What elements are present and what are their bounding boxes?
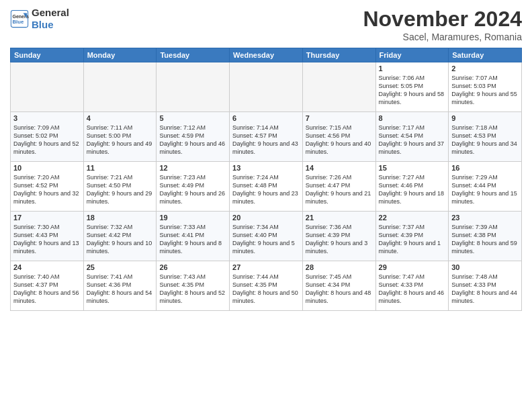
calendar-cell: 1Sunrise: 7:06 AMSunset: 5:05 PMDaylight… — [375, 62, 449, 112]
calendar-cell: 16Sunrise: 7:29 AMSunset: 4:44 PMDayligh… — [449, 162, 522, 212]
calendar-cell: 2Sunrise: 7:07 AMSunset: 5:03 PMDaylight… — [449, 62, 522, 112]
day-info: Sunrise: 7:26 AMSunset: 4:47 PMDaylight:… — [306, 173, 373, 206]
day-info: Sunrise: 7:44 AMSunset: 4:35 PMDaylight:… — [232, 273, 300, 306]
day-number: 22 — [379, 214, 446, 222]
day-number: 2 — [451, 64, 519, 73]
day-number: 13 — [232, 164, 300, 172]
col-header-monday: Monday — [83, 48, 157, 62]
col-header-saturday: Saturday — [449, 48, 522, 62]
calendar-cell — [11, 62, 84, 112]
calendar-cell: 9Sunrise: 7:18 AMSunset: 4:53 PMDaylight… — [449, 112, 522, 162]
calendar-cell: 7Sunrise: 7:15 AMSunset: 4:56 PMDaylight… — [302, 112, 375, 162]
week-row-4: 24Sunrise: 7:40 AMSunset: 4:37 PMDayligh… — [11, 261, 522, 311]
calendar-cell: 20Sunrise: 7:34 AMSunset: 4:40 PMDayligh… — [230, 212, 303, 261]
calendar-page: General Blue General Blue November 2024 … — [0, 0, 532, 411]
calendar-cell — [157, 62, 230, 112]
col-header-friday: Friday — [375, 48, 449, 62]
calendar-cell: 26Sunrise: 7:43 AMSunset: 4:35 PMDayligh… — [157, 261, 230, 311]
day-info: Sunrise: 7:30 AMSunset: 4:43 PMDaylight:… — [13, 223, 81, 256]
logo: General Blue General Blue — [10, 7, 69, 31]
logo-general: General — [32, 7, 69, 19]
day-info: Sunrise: 7:40 AMSunset: 4:37 PMDaylight:… — [13, 273, 81, 306]
day-number: 18 — [87, 214, 154, 222]
calendar-cell: 17Sunrise: 7:30 AMSunset: 4:43 PMDayligh… — [11, 212, 84, 261]
day-number: 30 — [451, 263, 519, 271]
calendar-header-row: SundayMondayTuesdayWednesdayThursdayFrid… — [11, 48, 522, 62]
week-row-1: 3Sunrise: 7:09 AMSunset: 5:02 PMDaylight… — [11, 112, 522, 162]
day-info: Sunrise: 7:07 AMSunset: 5:03 PMDaylight:… — [451, 74, 519, 107]
day-info: Sunrise: 7:41 AMSunset: 4:36 PMDaylight:… — [87, 273, 154, 306]
day-number: 23 — [451, 214, 519, 222]
calendar-cell: 3Sunrise: 7:09 AMSunset: 5:02 PMDaylight… — [11, 112, 84, 162]
day-info: Sunrise: 7:21 AMSunset: 4:50 PMDaylight:… — [87, 173, 154, 206]
day-number: 4 — [87, 114, 154, 122]
day-info: Sunrise: 7:48 AMSunset: 4:33 PMDaylight:… — [451, 273, 519, 306]
day-number: 9 — [451, 114, 519, 122]
calendar-cell: 4Sunrise: 7:11 AMSunset: 5:00 PMDaylight… — [83, 112, 157, 162]
day-info: Sunrise: 7:45 AMSunset: 4:34 PMDaylight:… — [306, 273, 373, 306]
col-header-tuesday: Tuesday — [157, 48, 230, 62]
title-block: November 2024 Sacel, Maramures, Romania — [363, 7, 522, 42]
calendar-cell: 22Sunrise: 7:37 AMSunset: 4:39 PMDayligh… — [375, 212, 449, 261]
day-info: Sunrise: 7:14 AMSunset: 4:57 PMDaylight:… — [232, 124, 300, 156]
day-info: Sunrise: 7:18 AMSunset: 4:53 PMDaylight:… — [451, 124, 519, 156]
day-info: Sunrise: 7:20 AMSunset: 4:52 PMDaylight:… — [13, 173, 81, 206]
calendar-cell: 21Sunrise: 7:36 AMSunset: 4:39 PMDayligh… — [302, 212, 375, 261]
col-header-wednesday: Wednesday — [230, 48, 303, 62]
calendar-cell: 18Sunrise: 7:32 AMSunset: 4:42 PMDayligh… — [83, 212, 157, 261]
week-row-2: 10Sunrise: 7:20 AMSunset: 4:52 PMDayligh… — [11, 162, 522, 212]
calendar-cell: 28Sunrise: 7:45 AMSunset: 4:34 PMDayligh… — [302, 261, 375, 311]
day-info: Sunrise: 7:47 AMSunset: 4:33 PMDaylight:… — [379, 273, 446, 306]
day-info: Sunrise: 7:15 AMSunset: 4:56 PMDaylight:… — [306, 124, 373, 156]
calendar-cell — [302, 62, 375, 112]
calendar-cell: 23Sunrise: 7:39 AMSunset: 4:38 PMDayligh… — [449, 212, 522, 261]
col-header-sunday: Sunday — [11, 48, 84, 62]
logo-icon: General Blue — [10, 9, 29, 28]
day-number: 20 — [232, 214, 300, 222]
calendar-cell: 24Sunrise: 7:40 AMSunset: 4:37 PMDayligh… — [11, 261, 84, 311]
day-number: 11 — [87, 164, 154, 172]
week-row-0: 1Sunrise: 7:06 AMSunset: 5:05 PMDaylight… — [11, 62, 522, 112]
logo-blue: Blue — [32, 19, 69, 31]
day-info: Sunrise: 7:32 AMSunset: 4:42 PMDaylight:… — [87, 223, 154, 256]
day-number: 14 — [306, 164, 373, 172]
month-title: November 2024 — [363, 7, 522, 32]
day-info: Sunrise: 7:37 AMSunset: 4:39 PMDaylight:… — [379, 223, 446, 256]
day-info: Sunrise: 7:17 AMSunset: 4:54 PMDaylight:… — [379, 124, 446, 156]
header: General Blue General Blue November 2024 … — [10, 7, 522, 42]
calendar-cell: 27Sunrise: 7:44 AMSunset: 4:35 PMDayligh… — [230, 261, 303, 311]
calendar-cell: 11Sunrise: 7:21 AMSunset: 4:50 PMDayligh… — [83, 162, 157, 212]
day-number: 3 — [13, 114, 81, 122]
day-number: 10 — [13, 164, 81, 172]
day-info: Sunrise: 7:06 AMSunset: 5:05 PMDaylight:… — [379, 74, 446, 107]
col-header-thursday: Thursday — [302, 48, 375, 62]
calendar-cell: 14Sunrise: 7:26 AMSunset: 4:47 PMDayligh… — [302, 162, 375, 212]
day-number: 6 — [232, 114, 300, 122]
day-info: Sunrise: 7:36 AMSunset: 4:39 PMDaylight:… — [306, 223, 373, 256]
day-number: 19 — [159, 214, 226, 222]
day-info: Sunrise: 7:24 AMSunset: 4:48 PMDaylight:… — [232, 173, 300, 206]
calendar-cell: 19Sunrise: 7:33 AMSunset: 4:41 PMDayligh… — [157, 212, 230, 261]
day-number: 29 — [379, 263, 446, 271]
calendar-cell: 25Sunrise: 7:41 AMSunset: 4:36 PMDayligh… — [83, 261, 157, 311]
svg-text:Blue: Blue — [13, 19, 24, 25]
day-info: Sunrise: 7:11 AMSunset: 5:00 PMDaylight:… — [87, 124, 154, 156]
day-info: Sunrise: 7:39 AMSunset: 4:38 PMDaylight:… — [451, 223, 519, 256]
calendar-cell: 30Sunrise: 7:48 AMSunset: 4:33 PMDayligh… — [449, 261, 522, 311]
day-number: 12 — [159, 164, 226, 172]
day-info: Sunrise: 7:43 AMSunset: 4:35 PMDaylight:… — [159, 273, 226, 306]
day-info: Sunrise: 7:23 AMSunset: 4:49 PMDaylight:… — [159, 173, 226, 206]
calendar-cell: 12Sunrise: 7:23 AMSunset: 4:49 PMDayligh… — [157, 162, 230, 212]
day-number: 21 — [306, 214, 373, 222]
calendar-cell: 13Sunrise: 7:24 AMSunset: 4:48 PMDayligh… — [230, 162, 303, 212]
day-number: 16 — [451, 164, 519, 172]
calendar-cell: 15Sunrise: 7:27 AMSunset: 4:46 PMDayligh… — [375, 162, 449, 212]
day-number: 1 — [379, 64, 446, 73]
day-number: 25 — [87, 263, 154, 271]
day-info: Sunrise: 7:33 AMSunset: 4:41 PMDaylight:… — [159, 223, 226, 256]
calendar-cell — [230, 62, 303, 112]
day-number: 8 — [379, 114, 446, 122]
day-number: 26 — [159, 263, 226, 271]
week-row-3: 17Sunrise: 7:30 AMSunset: 4:43 PMDayligh… — [11, 212, 522, 261]
day-number: 27 — [232, 263, 300, 271]
